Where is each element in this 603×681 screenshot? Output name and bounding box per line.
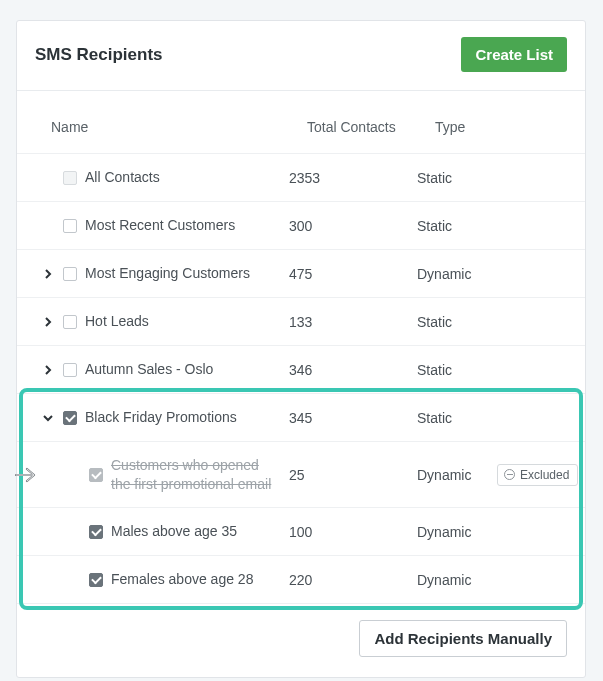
- type-value: Dynamic: [417, 524, 497, 540]
- row-label: Most Engaging Customers: [85, 264, 289, 282]
- contacts-value: 345: [289, 410, 417, 426]
- table-row: Most Recent Customers300Static: [17, 202, 585, 250]
- contacts-value: 100: [289, 524, 417, 540]
- type-value: Dynamic: [417, 572, 497, 588]
- create-list-button[interactable]: Create List: [461, 37, 567, 72]
- excluded-icon: [504, 469, 515, 480]
- contacts-value: 25: [289, 467, 417, 483]
- type-value: Static: [417, 410, 497, 426]
- name-cell: Most Recent Customers: [17, 216, 289, 234]
- type-value: Dynamic: [417, 467, 497, 483]
- checkbox[interactable]: [89, 525, 103, 539]
- row-label: Black Friday Promotions: [85, 408, 289, 426]
- row-label: Males above age 35: [111, 522, 289, 540]
- name-cell: Autumn Sales - Oslo: [17, 360, 289, 378]
- contacts-value: 220: [289, 572, 417, 588]
- row-label: Females above age 28: [111, 570, 289, 588]
- add-recipients-button[interactable]: Add Recipients Manually: [359, 620, 567, 657]
- name-cell: Females above age 28: [35, 570, 289, 588]
- contacts-value: 2353: [289, 170, 417, 186]
- contacts-value: 300: [289, 218, 417, 234]
- name-cell: Hot Leads: [17, 312, 289, 330]
- type-value: Static: [417, 170, 497, 186]
- contacts-value: 475: [289, 266, 417, 282]
- extra-cell: Excluded: [497, 464, 588, 486]
- type-value: Static: [417, 314, 497, 330]
- table-row: Males above age 35100Dynamic: [17, 508, 585, 556]
- checkbox[interactable]: [63, 219, 77, 233]
- row-label: Customers who opened the first promotion…: [111, 456, 289, 492]
- table-row: Autumn Sales - Oslo346Static: [17, 346, 585, 394]
- chevron-right-icon[interactable]: [41, 267, 55, 281]
- panel-header: SMS Recipients Create List: [17, 21, 585, 91]
- contacts-value: 346: [289, 362, 417, 378]
- recipients-panel: SMS Recipients Create List Name Total Co…: [16, 20, 586, 678]
- excluded-label: Excluded: [520, 468, 569, 482]
- checkbox[interactable]: [63, 315, 77, 329]
- row-label: Hot Leads: [85, 312, 289, 330]
- type-value: Dynamic: [417, 266, 497, 282]
- col-header-name: Name: [51, 119, 307, 135]
- table-row: Most Engaging Customers475Dynamic: [17, 250, 585, 298]
- name-cell: Black Friday Promotions: [17, 408, 289, 426]
- table-row: Hot Leads133Static: [17, 298, 585, 346]
- panel-title: SMS Recipients: [35, 45, 163, 65]
- type-value: Static: [417, 362, 497, 378]
- panel-footer: Add Recipients Manually: [17, 604, 585, 677]
- name-cell: All Contacts: [17, 168, 289, 186]
- table-row: All Contacts2353Static: [17, 154, 585, 202]
- checkbox[interactable]: [89, 573, 103, 587]
- table-row: Females above age 28220Dynamic: [17, 556, 585, 604]
- chevron-right-icon[interactable]: [41, 363, 55, 377]
- checkbox[interactable]: [63, 267, 77, 281]
- checkbox[interactable]: [63, 363, 77, 377]
- chevron-right-icon[interactable]: [41, 315, 55, 329]
- table-row: Black Friday Promotions345Static: [17, 394, 585, 442]
- excluded-badge: Excluded: [497, 464, 578, 486]
- row-label: All Contacts: [85, 168, 289, 186]
- contacts-value: 133: [289, 314, 417, 330]
- checkbox[interactable]: [63, 411, 77, 425]
- table-row: Customers who opened the first promotion…: [17, 442, 585, 508]
- type-value: Static: [417, 218, 497, 234]
- table-body: All Contacts2353StaticMost Recent Custom…: [17, 154, 585, 604]
- checkbox[interactable]: [63, 171, 77, 185]
- row-label: Most Recent Customers: [85, 216, 289, 234]
- col-header-contacts: Total Contacts: [307, 119, 435, 135]
- name-cell: Males above age 35: [35, 522, 289, 540]
- name-cell: Customers who opened the first promotion…: [35, 456, 289, 492]
- arrow-annotation-icon: [15, 466, 35, 484]
- chevron-down-icon[interactable]: [41, 411, 55, 425]
- row-label: Autumn Sales - Oslo: [85, 360, 289, 378]
- col-header-type: Type: [435, 119, 515, 135]
- name-cell: Most Engaging Customers: [17, 264, 289, 282]
- table-header-row: Name Total Contacts Type: [17, 91, 585, 154]
- checkbox: [89, 468, 103, 482]
